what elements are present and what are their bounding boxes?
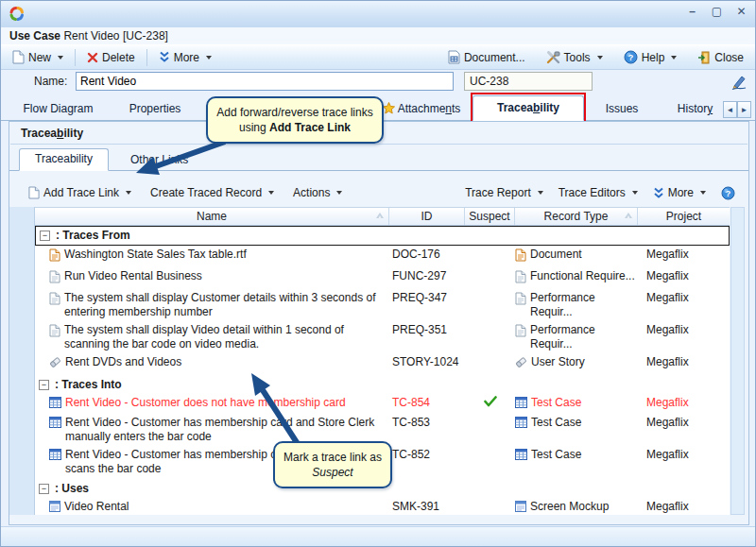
tab-flow-diagram[interactable]: Flow Diagram [9,98,108,121]
new-button[interactable]: New [9,48,67,66]
document-orange-icon [49,248,60,265]
status-bar [1,526,755,546]
vertical-scrollbar[interactable] [730,207,745,515]
column-header-id[interactable]: ID [389,208,465,225]
group-row[interactable]: −: Traces From [35,226,730,246]
record-header: Use Case Rent Video [UC-238] [1,27,755,44]
close-button-label: Close [714,51,744,64]
record-type-label: Functional Require... [530,269,635,283]
test-case-icon [515,397,527,412]
column-header-suspect[interactable]: Suspect [465,208,515,225]
window-close-button[interactable]: ✕ [733,5,749,19]
double-chevron-down-icon [159,51,170,63]
name-row: Name: UC-238 [1,70,755,94]
document-button[interactable]: Document... [444,48,529,66]
tab-attachments[interactable]: Attachments [374,98,469,121]
delete-button[interactable]: Delete [83,49,139,66]
cell-id: TC-852 [389,448,465,462]
collapse-minus-icon[interactable]: − [40,231,50,241]
tab-scroll-left-icon[interactable]: ◄ [723,101,737,118]
pencil-icon[interactable] [730,73,747,90]
chevron-down-icon [671,56,677,60]
tools-button[interactable]: Tools [542,49,607,66]
double-chevron-down-icon [653,187,664,199]
table-row[interactable]: Rent Video - Customer does not have memb… [35,394,730,414]
tab-issues[interactable]: Issues [584,98,660,121]
record-name: Rent Video - Customer has membership car… [65,416,379,444]
cell-name: Washington State Sales Tax table.rtf [35,248,389,265]
table-row[interactable]: Video RentalSMK-391Screen MockupMegaflix [35,498,730,518]
tab-history[interactable]: History [660,98,730,121]
chevron-down-icon [336,191,342,195]
table-row[interactable]: Rent DVDs and VideosSTORY-1024User Story… [35,353,730,374]
close-button[interactable]: Close [694,49,747,66]
record-type-label: Performance Requir... [530,323,638,351]
document-plain-icon [49,324,60,340]
subtab-other-links[interactable]: Other Links [115,150,203,171]
green-check-icon [484,396,497,407]
group-row[interactable]: −: Traces Into [35,376,730,394]
collapse-minus-icon[interactable]: − [39,484,49,494]
user-story-icon [49,356,61,371]
grid-toolbar: Add Trace Link Create Traced Record Acti… [9,180,748,205]
tools-button-label: Tools [564,51,591,64]
add-trace-link-button[interactable]: Add Trace Link [28,186,131,199]
chevron-down-icon [206,56,212,60]
record-name: Rent Video - Customer does not have memb… [65,396,346,410]
subtab-label: Traceability [35,152,93,165]
table-row[interactable]: Run Video Rental BusinessFUNC-297Functio… [35,267,730,289]
divider [10,144,747,145]
record-type-label: Use Case [9,29,60,43]
tab-scroll-right-icon[interactable]: ► [737,101,751,118]
cell-name: Rent Video - Customer has membership car… [35,416,389,444]
column-header-record-type[interactable]: Record Type [515,208,638,225]
tab-mnemonic: y [707,102,713,115]
subtab-traceability[interactable]: Traceability [19,148,109,171]
create-traced-record-button[interactable]: Create Traced Record [150,186,274,199]
tab-properties[interactable]: Properties [108,98,202,121]
help-button[interactable]: ? Help [620,48,681,66]
column-header-name[interactable]: Name [35,208,389,225]
document-plain-icon [515,292,526,309]
tab-label: ility [540,101,559,114]
more-button[interactable]: More [155,49,215,66]
tab-traceability[interactable]: Traceability [472,95,584,121]
document-plain-icon [515,270,526,287]
tab-label: Attachme [398,102,446,115]
help-circle-icon[interactable]: ? [721,186,735,200]
tab-label: Issues [606,102,639,115]
table-row[interactable]: Washington State Sales Tax table.rtfDOC-… [35,246,730,267]
more-button-label: More [174,51,199,64]
record-name: Washington State Sales Tax table.rtf [64,248,247,262]
chevron-down-icon [632,191,638,195]
cell-suspect [465,396,515,410]
record-type-label: User Story [531,355,585,369]
help-button-label: Help [642,51,665,64]
table-row[interactable]: The system shall display Customer detail… [35,289,730,321]
cell-name: The system shall display Customer detail… [35,291,389,319]
cell-project: Megaflix [638,500,730,514]
minimize-button[interactable]: – [684,5,700,19]
toolbar-separator [75,49,76,66]
tab-label: ts [452,102,460,115]
collapse-minus-icon[interactable]: − [39,380,49,390]
maximize-button[interactable]: ▢ [709,5,725,19]
trace-report-button[interactable]: Trace Report [465,186,543,199]
cell-id: TC-854 [389,396,465,410]
cell-id: DOC-176 [389,248,465,262]
svg-text:?: ? [627,53,633,62]
delete-button-label: Delete [102,51,135,64]
record-type-label: Performance Requir... [530,291,638,319]
cell-name: Video Rental [35,500,389,515]
name-input[interactable] [76,72,454,91]
actions-button[interactable]: Actions [293,186,342,199]
column-header-project[interactable]: Project [638,208,730,225]
record-name: Rent DVDs and Videos [65,355,181,369]
cell-id: PREQ-351 [389,323,465,337]
grid-more-button[interactable]: More [653,186,706,199]
button-label: Trace Editors [558,186,626,199]
table-row[interactable]: The system shall display Video detail wi… [35,321,730,353]
record-type-label: Document [530,248,582,262]
red-x-icon [87,52,98,63]
trace-editors-button[interactable]: Trace Editors [558,186,638,199]
